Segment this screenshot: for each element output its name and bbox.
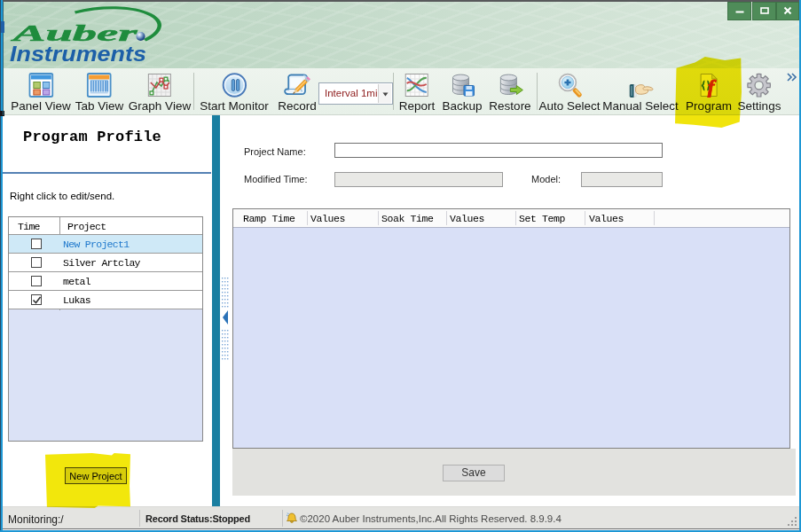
svg-text:Instruments: Instruments: [10, 43, 146, 66]
